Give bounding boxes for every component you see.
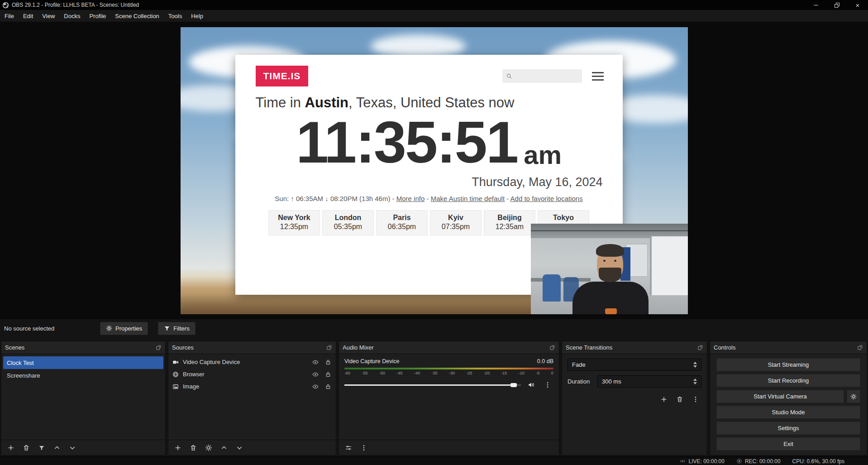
visibility-eye-icon[interactable] xyxy=(312,371,319,378)
live-time: LIVE: 00:00:00 xyxy=(688,458,724,465)
titlebar[interactable]: OBS 29.1.2 - Profile: LLHLS BETA - Scene… xyxy=(0,0,868,10)
tick: 0 xyxy=(551,371,553,375)
audio-mixer-header[interactable]: Audio Mixer xyxy=(339,341,559,354)
studio-mode-button[interactable]: Studio Mode xyxy=(716,406,860,419)
office-window xyxy=(650,236,688,295)
city-name: Tokyo xyxy=(538,214,589,222)
scenes-panel-header[interactable]: Scenes xyxy=(1,341,165,354)
timeis-date: Thursday, May 16, 2024 xyxy=(235,175,623,189)
exit-button[interactable]: Exit xyxy=(716,437,860,451)
visibility-eye-icon[interactable] xyxy=(312,359,319,365)
menu-profile[interactable]: Profile xyxy=(85,10,110,22)
rec-status-icon xyxy=(736,458,742,464)
program-preview[interactable]: TIME.IS Time in Austin, Texas, United St… xyxy=(181,27,688,314)
close-icon: × xyxy=(856,2,860,9)
scene-item-screenshare[interactable]: Screenshare xyxy=(3,369,163,382)
rec-status: REC: 00:00:00 xyxy=(736,458,781,465)
scene-item-clock-test[interactable]: Clock Test xyxy=(3,356,163,369)
menu-view[interactable]: View xyxy=(38,10,59,22)
source-label: Browser xyxy=(183,371,308,378)
menu-scene-collection[interactable]: Scene Collection xyxy=(110,10,164,22)
source-item-image[interactable]: Image xyxy=(168,380,336,393)
cpu-fps-stats: CPU: 0.6%, 30.00 fps xyxy=(792,458,844,465)
menu-tools[interactable]: Tools xyxy=(164,10,186,22)
slider-handle[interactable] xyxy=(510,383,517,387)
timeis-search-box xyxy=(502,69,582,83)
start-streaming-button[interactable]: Start Streaming xyxy=(716,358,860,371)
controls-panel-header[interactable]: Controls xyxy=(710,341,867,354)
popout-icon[interactable] xyxy=(549,345,555,350)
mute-button[interactable] xyxy=(525,379,537,390)
city-box: Beijing12:35am xyxy=(484,210,535,235)
settings-button[interactable]: Settings xyxy=(716,422,860,435)
filters-button[interactable]: Filters xyxy=(158,322,195,335)
lock-icon[interactable] xyxy=(325,371,331,378)
move-scene-up-button[interactable] xyxy=(51,442,63,453)
city-box: London05:35pm xyxy=(322,210,374,235)
remove-source-button[interactable] xyxy=(187,442,199,453)
source-properties-button[interactable] xyxy=(203,442,215,453)
maximize-restore-button[interactable] xyxy=(826,0,847,10)
office-chair xyxy=(543,274,561,302)
heading-city: Austin xyxy=(305,95,348,110)
heading-suffix: , Texas, United States now xyxy=(348,95,514,110)
add-scene-button[interactable] xyxy=(5,442,17,453)
minimize-button[interactable] xyxy=(806,0,826,10)
virtual-camera-settings-button[interactable] xyxy=(847,390,860,403)
remove-transition-button[interactable] xyxy=(674,394,686,405)
menu-edit[interactable]: Edit xyxy=(19,10,38,22)
webcam-overlay-source[interactable] xyxy=(531,224,688,314)
menu-file[interactable]: File xyxy=(0,10,19,22)
advanced-audio-button[interactable] xyxy=(343,442,354,453)
popout-icon[interactable] xyxy=(857,345,863,350)
timeis-logo: TIME.IS xyxy=(256,66,309,86)
lock-icon[interactable] xyxy=(325,359,331,365)
sources-panel-header[interactable]: Sources xyxy=(168,341,336,354)
live-status: LIVE: 00:00:00 xyxy=(680,458,724,465)
tick: -45 xyxy=(396,371,402,375)
gear-icon xyxy=(850,393,857,400)
mixer-more-button[interactable] xyxy=(358,442,370,453)
volume-slider[interactable] xyxy=(344,382,521,388)
city-time: 12:35pm xyxy=(269,223,320,231)
popout-icon[interactable] xyxy=(326,345,332,350)
visibility-eye-icon[interactable] xyxy=(312,384,319,390)
move-source-down-button[interactable] xyxy=(234,442,245,453)
obs-window: OBS 29.1.2 - Profile: LLHLS BETA - Scene… xyxy=(0,0,868,465)
timeis-heading: Time in Austin, Texas, United States now xyxy=(256,95,602,111)
popout-icon[interactable] xyxy=(156,345,162,350)
more-info-link: More info xyxy=(396,195,425,202)
lock-icon[interactable] xyxy=(325,384,331,390)
transition-select[interactable]: Fade xyxy=(568,359,701,371)
menu-help[interactable]: Help xyxy=(186,10,208,22)
duration-input[interactable]: 300 ms xyxy=(597,375,701,388)
sources-panel: Sources Video Capture Device Browser xyxy=(168,341,336,455)
person-eye xyxy=(603,260,606,262)
start-recording-button[interactable]: Start Recording xyxy=(716,374,860,387)
transition-properties-button[interactable] xyxy=(690,394,701,405)
city-name: London xyxy=(323,214,373,222)
close-button[interactable]: × xyxy=(847,0,868,10)
popout-icon[interactable] xyxy=(697,345,703,350)
move-source-up-button[interactable] xyxy=(218,442,230,453)
system-stats: CPU: 0.6%, 30.00 fps xyxy=(792,458,844,465)
menu-docks[interactable]: Docks xyxy=(59,10,85,22)
source-selection-status: No source selected xyxy=(4,325,100,332)
add-source-button[interactable] xyxy=(172,442,184,453)
properties-button[interactable]: Properties xyxy=(100,322,148,335)
start-virtual-camera-button[interactable]: Start Virtual Camera xyxy=(716,390,844,403)
restore-icon xyxy=(835,3,839,8)
channel-options-button[interactable] xyxy=(542,379,553,390)
transitions-panel-header[interactable]: Scene Transitions xyxy=(562,341,707,354)
remove-scene-button[interactable] xyxy=(20,442,32,453)
source-item-browser[interactable]: Browser xyxy=(168,368,336,380)
scenes-toolbar xyxy=(1,440,165,455)
scene-filters-button[interactable] xyxy=(36,442,48,453)
live-status-icon xyxy=(680,458,686,464)
spinner-arrows-icon[interactable] xyxy=(693,379,697,384)
mixer-toolbar xyxy=(339,440,559,455)
move-scene-down-button[interactable] xyxy=(67,442,78,453)
tick: -10 xyxy=(519,371,525,375)
source-item-video-capture[interactable]: Video Capture Device xyxy=(168,356,336,368)
add-transition-button[interactable] xyxy=(658,394,670,405)
